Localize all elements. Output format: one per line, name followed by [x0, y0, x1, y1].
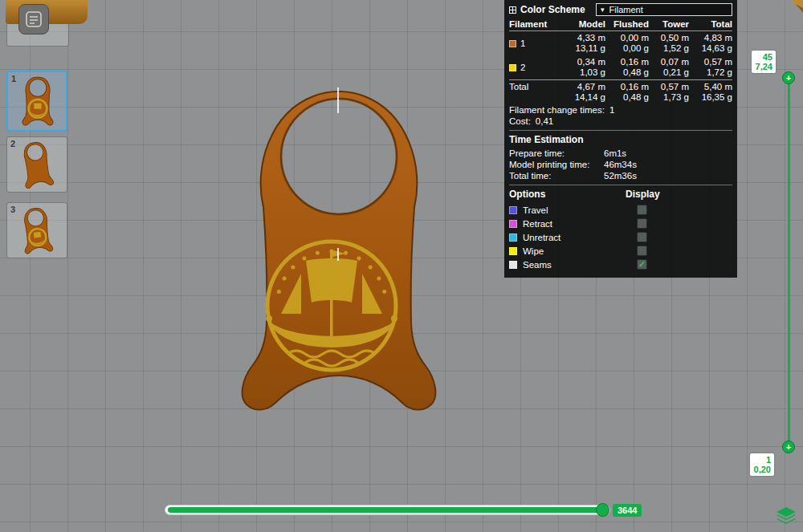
option-wipe: Wipe	[509, 244, 647, 258]
plus-icon: +	[786, 443, 791, 452]
step-slider-fill	[168, 507, 603, 513]
check-icon: ✓	[638, 260, 646, 269]
mini-model-3	[18, 205, 56, 258]
plate-number: 2	[10, 139, 15, 148]
panel-title: Color Scheme	[520, 4, 585, 15]
time-row: Total time:52m36s	[509, 170, 732, 181]
hole-rim	[281, 99, 397, 214]
filament-table: Filament Model Flushed Tower Total 1 4,3…	[509, 18, 732, 104]
total-label: Total	[509, 79, 560, 104]
table-cell: 0,57 m1,73 g	[649, 79, 689, 104]
plate-number: 3	[10, 205, 15, 214]
ship-emblem	[266, 242, 397, 370]
printed-model[interactable]	[223, 83, 451, 433]
unretract-swatch	[509, 234, 517, 242]
col-header: Flushed	[605, 18, 649, 31]
plate-thumbnail-2[interactable]: 2	[6, 136, 67, 193]
time-row: Prepare time:6m1s	[509, 148, 732, 159]
mini-model-1	[19, 75, 56, 128]
layer-slider-bottom-label: 1 0,20	[750, 453, 774, 476]
layers-view-button[interactable]	[776, 506, 797, 526]
cost-line: Cost: 0,41	[509, 116, 732, 127]
mini-model-2	[17, 138, 57, 192]
table-cell: 0,34 m1,03 g	[560, 55, 605, 79]
plate-thumbnail-partial[interactable]	[6, 0, 69, 47]
retract-swatch	[509, 220, 517, 228]
table-cell: 0,07 m0,21 g	[649, 55, 689, 79]
time-row: Model printing time:46m34s	[509, 159, 732, 170]
time-estimation-title: Time Estimation	[509, 133, 732, 148]
color-scheme-icon	[509, 6, 516, 14]
wipe-swatch	[509, 247, 517, 255]
step-slider-track[interactable]	[165, 505, 610, 515]
table-cell: 0,16 m0,48 g	[605, 79, 649, 104]
col-header: Total	[689, 18, 732, 31]
divider	[509, 130, 732, 131]
plate-number: 1	[11, 74, 16, 83]
options-header: Options Display	[509, 188, 732, 203]
filament-1-swatch	[509, 40, 516, 47]
filament-row-label: 2	[509, 55, 560, 79]
travel-swatch	[509, 206, 517, 214]
layer-slider-top-handle[interactable]: +	[782, 71, 795, 84]
print-statistics-panel: Color Scheme ▾ Filament Filament Model F…	[504, 0, 737, 278]
option-unretract: Unretract	[509, 230, 647, 244]
col-header: Tower	[649, 18, 689, 31]
filament-id: 1	[520, 39, 525, 49]
wipe-checkbox[interactable]	[637, 246, 647, 256]
step-slider-value: 3644	[613, 504, 642, 517]
chevron-down-icon: ▾	[601, 6, 605, 14]
table-cell: 0,16 m0,48 g	[605, 55, 649, 79]
plate-logo-icon	[24, 10, 43, 29]
unretract-checkbox[interactable]	[637, 232, 647, 242]
filament-change-line: Filament change times: 1	[509, 104, 732, 116]
plate-thumbnail-1[interactable]: 1	[6, 71, 67, 132]
table-cell: 5,40 m16,35 g	[689, 79, 732, 104]
filament-2-swatch	[509, 64, 516, 71]
filament-id: 2	[520, 63, 525, 73]
option-travel: Travel	[509, 203, 647, 217]
filament-row-label: 1	[509, 31, 560, 55]
layer-slider-bottom-handle[interactable]: +	[782, 441, 795, 453]
plate-logo-button[interactable]	[18, 4, 49, 35]
table-cell: 4,33 m13,11 g	[560, 31, 605, 55]
retract-checkbox[interactable]	[637, 218, 647, 229]
layers-icon	[776, 506, 797, 526]
table-cell: 4,67 m14,14 g	[560, 79, 605, 104]
option-retract: Retract	[509, 217, 647, 230]
color-scheme-dropdown[interactable]: ▾ Filament	[596, 3, 732, 16]
table-cell: 0,57 m1,72 g	[689, 55, 732, 79]
corner-object	[789, 0, 803, 13]
color-scheme-value: Filament	[609, 5, 643, 14]
divider	[509, 185, 732, 185]
option-seams: Seams ✓	[509, 258, 647, 271]
layer-slider-track[interactable]	[788, 78, 790, 447]
color-scheme-header: Color Scheme ▾ Filament	[509, 2, 732, 18]
plate-thumbnail-3[interactable]: 3	[6, 202, 67, 258]
col-header: Model	[560, 18, 605, 31]
3d-viewport[interactable]: 1 2 3 Color Scheme ▾ Filament Filament M…	[0, 0, 803, 532]
col-header: Filament	[509, 18, 560, 31]
travel-checkbox[interactable]	[637, 205, 647, 215]
seams-checkbox[interactable]: ✓	[637, 259, 647, 270]
layer-slider-top-label: 45 7,24	[752, 51, 776, 73]
table-cell: 0,00 m0,00 g	[605, 31, 649, 55]
table-cell: 0,50 m1,52 g	[649, 31, 689, 55]
table-cell: 4,83 m14,63 g	[689, 31, 732, 55]
step-slider-handle[interactable]	[596, 503, 609, 517]
seams-swatch	[509, 261, 517, 269]
plus-icon: +	[786, 74, 791, 83]
